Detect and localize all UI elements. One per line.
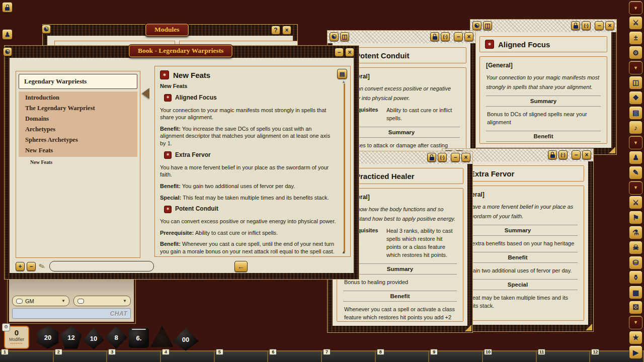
section-collapse-button[interactable]: ▼: [629, 61, 642, 74]
sidebar-npcs-button[interactable]: ☠: [629, 241, 642, 254]
sidebar-extensions-button[interactable]: ❖: [629, 91, 642, 105]
fg-dragon-icon[interactable]: ☯: [472, 21, 481, 30]
modifier-box[interactable]: ⚙ 0 Modifier •••••••: [4, 326, 29, 349]
lock-icon[interactable]: [548, 150, 557, 159]
close-button[interactable]: ×: [461, 153, 470, 162]
character-portrait-button[interactable]: ♟: [2, 29, 13, 40]
sidebar-notes-button[interactable]: ✎: [629, 166, 642, 179]
sidebar-treasure-button[interactable]: ⛁: [629, 256, 642, 269]
section-collapse-button[interactable]: ▼: [629, 181, 642, 195]
section-collapse-button[interactable]: ▼: [629, 316, 642, 329]
lock-icon[interactable]: [571, 21, 580, 30]
hotkey-slot[interactable]: 6: [268, 351, 322, 362]
broadcast-icon[interactable]: (·): [558, 150, 568, 159]
nav-item-the-legendary-warpriest[interactable]: The Legendary Warpriest: [19, 103, 137, 114]
remove-button[interactable]: −: [27, 262, 36, 271]
nav-item-spheres-archetypes[interactable]: Spheres Archetypes: [19, 135, 137, 145]
sidebar-sound-button[interactable]: ♪: [629, 121, 642, 134]
minimize-button[interactable]: −: [454, 32, 463, 41]
sidebar-campaign-button[interactable]: ◫: [629, 76, 642, 89]
sidebar-modifiers-button[interactable]: ±: [629, 31, 642, 45]
close-button[interactable]: ×: [582, 150, 591, 159]
nav-item-introduction[interactable]: Introduction: [19, 93, 137, 103]
sidebar-encounters-button[interactable]: ⚔: [629, 196, 642, 209]
help-button[interactable]: ?: [271, 26, 280, 35]
hotkey-slot[interactable]: 2: [54, 351, 108, 362]
lock-icon[interactable]: [430, 32, 439, 41]
hotkey-slot[interactable]: 8: [376, 351, 430, 362]
section-collapse-button[interactable]: ▼: [629, 136, 642, 149]
gear-icon[interactable]: ⚙: [2, 323, 10, 331]
d12-die[interactable]: 12: [60, 326, 83, 349]
close-button[interactable]: ×: [605, 21, 614, 30]
book-nav-root[interactable]: Legendary Warpriests: [19, 74, 137, 89]
sidebar-quests-button[interactable]: ⚱: [629, 270, 642, 284]
window-titlebar[interactable]: ☯ ◫ (·) − ×: [470, 20, 616, 32]
nav-collapse-arrow[interactable]: [142, 88, 149, 99]
window-titlebar[interactable]: ☯ ◫ (·) − ×: [328, 31, 475, 43]
hotkey-slot[interactable]: 1: [0, 351, 54, 362]
window-title[interactable]: Modules: [145, 23, 189, 37]
d100-die[interactable]: 00: [173, 328, 199, 351]
d10-die[interactable]: 10: [83, 327, 104, 349]
sidebar-library-button[interactable]: ▦: [629, 286, 642, 299]
sidebar-maps-button[interactable]: ⚑: [629, 211, 642, 224]
jump-to-library-button[interactable]: ▤: [337, 69, 347, 79]
sidebar-challenge-button[interactable]: ⚙: [629, 46, 642, 59]
section-collapse-button[interactable]: ▼: [629, 1, 642, 15]
nav-subitem-new-feats[interactable]: New Feats: [16, 157, 140, 165]
sidebar-items-button[interactable]: ⚗: [629, 226, 642, 239]
minimize-button[interactable]: −: [335, 48, 344, 57]
window-panel-icon[interactable]: ◫: [340, 32, 349, 41]
resize-grip[interactable]: [609, 147, 615, 153]
broadcast-icon[interactable]: (·): [582, 21, 591, 30]
hotkey-slot[interactable]: 11: [537, 351, 591, 362]
close-button[interactable]: ×: [345, 48, 354, 57]
d20-die[interactable]: 20: [36, 326, 59, 349]
d8-die[interactable]: 8: [105, 326, 127, 349]
sidebar-play-button[interactable]: ▶: [629, 345, 642, 359]
lock-button[interactable]: [2, 2, 13, 13]
nav-item-new-feats[interactable]: New Feats: [19, 145, 137, 156]
sidebar-effects-button[interactable]: ★: [629, 331, 642, 344]
feat-heading-aligned-focus[interactable]: ✶ Aligned Focus: [164, 94, 337, 102]
hotkey-slot[interactable]: 4: [161, 351, 215, 362]
window-title[interactable]: Book - Legendary Warpriests: [128, 44, 233, 58]
feat-heading-extra-fervor[interactable]: ✶ Extra Fervor: [164, 151, 337, 159]
sidebar-imagery-button[interactable]: ▤: [629, 106, 642, 120]
minimize-button[interactable]: −: [595, 21, 604, 30]
nav-item-domains[interactable]: Domains: [19, 114, 137, 124]
broadcast-icon[interactable]: (·): [438, 153, 447, 162]
close-button[interactable]: ×: [282, 26, 291, 35]
voice-dropdown[interactable]: ▼: [73, 296, 131, 306]
add-button[interactable]: +: [16, 262, 25, 271]
hotkey-slot[interactable]: 9: [429, 351, 483, 362]
scroll-down-icon[interactable]: ▲: [342, 250, 346, 254]
hotkey-slot[interactable]: 10: [483, 351, 537, 362]
lock-icon[interactable]: [427, 153, 436, 162]
sidebar-combat-tracker-button[interactable]: ⚔: [629, 16, 642, 30]
d6-die[interactable]: 6.: [129, 328, 149, 348]
fg-dragon-icon[interactable]: ☯: [330, 32, 339, 41]
chat-input[interactable]: CHAT: [12, 308, 131, 319]
book-search-input[interactable]: [49, 261, 154, 272]
back-button[interactable]: ←: [234, 261, 248, 272]
feat-heading-potent-conduit[interactable]: ✶ Potent Conduit: [164, 205, 337, 213]
resize-grip[interactable]: [586, 324, 592, 330]
d4-die[interactable]: [150, 326, 174, 348]
window-panel-icon[interactable]: ◫: [483, 21, 492, 30]
hotkey-slot[interactable]: 7: [322, 351, 376, 362]
sidebar-characters-button[interactable]: ♟: [629, 151, 642, 164]
hotkey-slot[interactable]: 5: [215, 351, 269, 362]
close-button[interactable]: ×: [464, 32, 473, 41]
speaker-dropdown[interactable]: GM ▼: [12, 296, 69, 306]
sidebar-tables-button[interactable]: ⚄: [629, 301, 642, 314]
hotkey-slot[interactable]: 3: [107, 351, 161, 362]
minimize-button[interactable]: −: [451, 153, 460, 162]
minimize-button[interactable]: −: [572, 150, 581, 159]
scroll-up-icon[interactable]: ▲: [342, 79, 346, 84]
nav-item-archetypes[interactable]: Archetypes: [19, 124, 137, 135]
scrollbar[interactable]: ▲ ▲: [344, 83, 345, 252]
broadcast-icon[interactable]: (·): [441, 32, 450, 41]
resize-grip[interactable]: [465, 325, 471, 331]
